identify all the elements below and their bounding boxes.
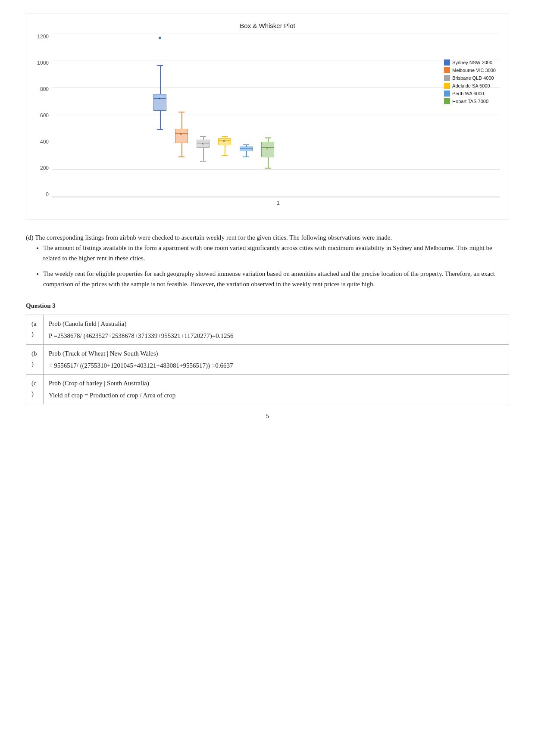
row-c-label: (c ) [26,375,44,404]
sydney-mean: × [158,96,161,101]
grid-800 [52,87,500,88]
legend-label-melbourne: Melbourne VIC 3000 [452,68,496,73]
y-label-200: 200 [40,165,49,171]
ade-mean: × [223,139,225,144]
question3-section: Question 3 (a ) Prob (Canola field | Aus… [26,302,509,404]
row-b-content: Prob (Truck of Wheat | New South Wales) … [44,345,509,375]
grid-1000 [52,60,500,60]
legend-melbourne: Melbourne VIC 3000 [444,67,496,73]
row-b-label-b: ) [31,360,34,367]
y-axis: 1200 1000 800 600 400 200 0 [35,34,52,197]
table-row-a: (a ) Prob (Canola field | Australia) P =… [26,315,509,345]
legend-perth: Perth WA 6000 [444,91,496,97]
hob-whisker-bot-cap [265,168,271,169]
bri-whisker-bot-line [203,148,204,162]
ade-whisker-top-cap [222,136,228,137]
y-label-800: 800 [40,86,49,92]
sydney-whisker-bot-line [160,111,161,130]
legend-label-hobart: Hobart TAS 7000 [452,99,488,104]
sydney-whisker-top-cap [157,65,163,66]
hob-whisker-top-cap [265,137,271,138]
y-label-1000: 1000 [37,60,49,66]
legend-label-sydney: Sydney NSW 2000 [452,60,492,65]
row-c-label-a: (c [31,380,37,387]
row-a-label: (a ) [26,315,44,345]
page-number: 5 [26,413,509,420]
legend-color-adelaide [444,83,450,89]
sydney-outlier [159,37,161,39]
per-whisker-bot-cap [243,156,249,157]
section-d-bullet-2: The weekly rent for eligible properties … [43,269,509,289]
y-label-1200: 1200 [37,34,49,40]
table-row-b: (b ) Prob (Truck of Wheat | New South Wa… [26,345,509,375]
chart-area: 1200 1000 800 600 400 200 0 [35,34,500,197]
legend-label-adelaide: Adelaide SA 5000 [452,83,490,88]
bri-whisker-top-cap [200,136,206,137]
section-d-intro: (d) The corresponding listings from airb… [26,232,509,243]
chart-title: Box & Whisker Plot [35,22,500,29]
hob-whisker-bot-line [268,157,269,169]
plot-area: × × × [52,34,500,197]
y-label-400: 400 [40,139,49,145]
grid-0 [52,197,500,197]
section-d: (d) The corresponding listings from airb… [26,232,509,289]
grid-200 [52,169,500,170]
legend-label-brisbane: Brisbane QLD 4000 [452,75,494,81]
grid-400 [52,142,500,142]
legend-adelaide: Adelaide SA 5000 [444,83,496,89]
legend-color-sydney [444,59,450,66]
chart-legend: Sydney NSW 2000 Melbourne VIC 3000 Brisb… [444,59,496,106]
legend-hobart: Hobart TAS 7000 [444,98,496,104]
mel-whisker-bot-line [181,143,182,157]
section-d-bullets: The amount of listings available in the … [43,243,509,289]
ade-whisker-bot-line [225,145,225,156]
grid-1200 [52,34,500,34]
ade-whisker-bot-cap [222,155,228,156]
bri-whisker-bot-cap [200,161,206,162]
mel-whisker-top-line [181,112,182,129]
legend-color-brisbane [444,75,450,81]
row-a-label-b: ) [31,331,34,337]
row-c-line1: Prob (Crop of barley | South Australia) [49,378,504,388]
per-box [240,147,253,151]
hob-mean: × [266,146,269,151]
mel-mean: × [180,132,182,137]
y-label-600: 600 [40,112,49,119]
legend-brisbane: Brisbane QLD 4000 [444,75,496,81]
mel-whisker-bot-cap [178,156,185,157]
per-whisker-top-cap [243,144,249,145]
legend-color-melbourne [444,67,450,73]
sydney-whisker-bot-cap [157,129,163,130]
row-a-line2: P =2538678/ (4623527+2538678+371339+9553… [49,331,504,341]
legend-color-perth [444,91,450,97]
y-label-0: 0 [46,191,49,197]
legend-label-perth: Perth WA 6000 [452,91,484,96]
grid-600 [52,115,500,115]
row-c-label-b: ) [31,390,34,397]
mel-whisker-top-cap [178,112,185,112]
per-median [240,148,253,149]
question3-heading: Question 3 [26,302,509,309]
row-a-line1: Prob (Canola field | Australia) [49,319,504,329]
row-c-line2: Yield of crop = Production of crop / Are… [49,390,504,400]
row-b-line2: = 9556517/ ((2755310+1201045+403121+4830… [49,360,504,371]
x-axis-label: 1 [56,200,500,206]
question3-table: (a ) Prob (Canola field | Australia) P =… [26,315,509,404]
row-b-label: (b ) [26,345,44,375]
section-d-bullet-1: The amount of listings available in the … [43,243,509,263]
row-a-label-a: (a [31,320,37,327]
legend-color-hobart [444,98,450,104]
row-c-content: Prob (Crop of barley | South Australia) … [44,375,509,404]
bri-mean: × [201,141,204,146]
row-a-content: Prob (Canola field | Australia) P =25386… [44,315,509,345]
row-b-line1: Prob (Truck of Wheat | New South Wales) [49,348,504,359]
hob-whisker-top-line [268,138,269,142]
chart-container: Box & Whisker Plot 1200 1000 800 600 400… [26,13,509,219]
legend-sydney: Sydney NSW 2000 [444,59,496,66]
row-b-label-a: (b [31,350,37,357]
sydney-whisker-top-line [160,66,161,94]
table-row-c: (c ) Prob (Crop of barley | South Austra… [26,375,509,404]
